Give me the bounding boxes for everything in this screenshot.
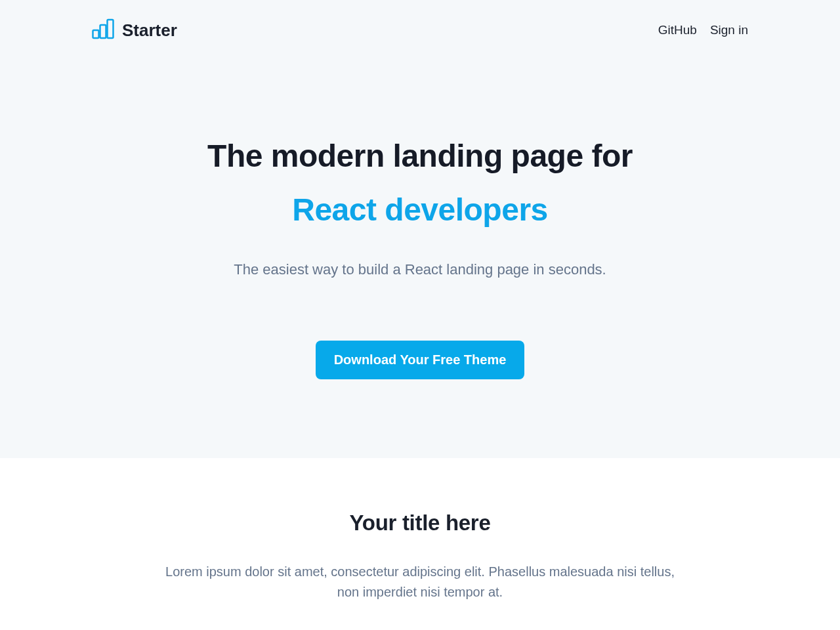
nav: GitHub Sign in	[658, 23, 748, 37]
features-subtitle: Lorem ipsum dolor sit amet, consectetur …	[158, 562, 682, 602]
header: Starter GitHub Sign in	[0, 0, 840, 42]
logo[interactable]: Starter	[92, 18, 177, 42]
features-section: Your title here Lorem ipsum dolor sit am…	[0, 458, 840, 630]
download-theme-button[interactable]: Download Your Free Theme	[316, 341, 525, 379]
logo-text: Starter	[122, 20, 177, 41]
nav-link-github[interactable]: GitHub	[658, 23, 697, 37]
hero-title-highlight: React developers	[0, 191, 840, 229]
nav-link-signin[interactable]: Sign in	[710, 23, 748, 37]
hero-title-line1: The modern landing page for	[207, 138, 633, 173]
svg-rect-1	[100, 25, 106, 38]
hero-section: Starter GitHub Sign in The modern landin…	[0, 0, 840, 458]
hero-subtitle: The easiest way to build a React landing…	[0, 261, 840, 278]
svg-rect-0	[93, 30, 99, 38]
features-title: Your title here	[0, 511, 840, 536]
svg-rect-2	[108, 20, 114, 38]
bar-chart-icon	[92, 18, 116, 42]
hero-content: The modern landing page for React develo…	[0, 42, 840, 379]
hero-title: The modern landing page for React develo…	[0, 137, 840, 228]
